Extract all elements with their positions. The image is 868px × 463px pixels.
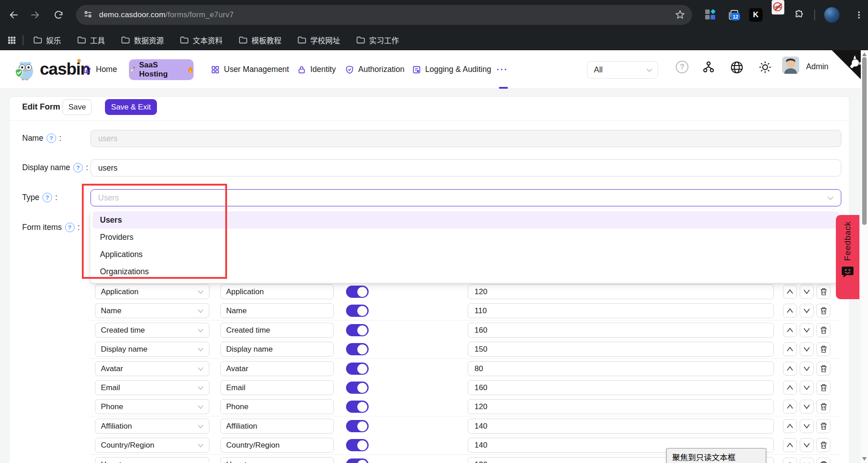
language-globe-icon[interactable]: [730, 61, 744, 76]
move-up-button[interactable]: [783, 458, 797, 463]
move-down-button[interactable]: [800, 381, 814, 395]
name-help-icon[interactable]: ?: [47, 134, 56, 143]
tab-manager-icon[interactable]: 12: [726, 7, 741, 23]
item-name-select[interactable]: Country/Region: [95, 438, 209, 453]
dropdown-option[interactable]: Organizations: [93, 263, 839, 280]
bookmark-folder[interactable]: 工具: [77, 35, 105, 46]
bookmark-folder[interactable]: 模板教程: [239, 35, 281, 46]
width-input[interactable]: 110: [468, 303, 774, 318]
width-input[interactable]: 80: [468, 361, 774, 376]
delete-button[interactable]: [816, 438, 830, 452]
type-select[interactable]: Users: [90, 189, 841, 206]
nav-authorization[interactable]: Authorization: [345, 50, 404, 89]
scrollbar-down-arrow[interactable]: [862, 457, 867, 461]
move-down-button[interactable]: [800, 419, 814, 433]
delete-button[interactable]: [816, 419, 830, 433]
scrollbar-thumb[interactable]: [862, 57, 867, 225]
page-scrollbar[interactable]: [861, 50, 868, 463]
move-down-button[interactable]: [800, 323, 814, 337]
bookmark-folder[interactable]: 文本资料: [180, 35, 223, 46]
visible-toggle[interactable]: [346, 458, 369, 463]
width-input[interactable]: 140: [468, 419, 774, 434]
delete-button[interactable]: [816, 362, 830, 376]
move-down-button[interactable]: [800, 362, 814, 376]
item-display-name-input[interactable]: Name: [220, 303, 334, 318]
delete-button[interactable]: [816, 323, 830, 337]
item-display-name-input[interactable]: Application: [220, 284, 334, 299]
display-name-help-icon[interactable]: ?: [73, 163, 83, 172]
item-name-select[interactable]: Display name: [95, 342, 209, 357]
organization-select[interactable]: All: [587, 61, 658, 79]
item-display-name-input[interactable]: Country/Region: [220, 438, 334, 453]
width-input[interactable]: 160: [468, 323, 774, 338]
item-display-name-input[interactable]: Display name: [220, 342, 334, 357]
move-up-button[interactable]: [783, 342, 797, 356]
site-settings-icon[interactable]: [83, 10, 93, 21]
apps-grid-icon[interactable]: [7, 36, 16, 45]
extension-diamond-icon[interactable]: [704, 8, 716, 21]
browser-menu-icon[interactable]: [851, 7, 867, 23]
scrollbar-up-arrow[interactable]: [862, 53, 867, 56]
delete-button[interactable]: [816, 342, 830, 356]
move-up-button[interactable]: [783, 419, 797, 433]
item-display-name-input[interactable]: Avatar: [220, 361, 334, 376]
visible-toggle[interactable]: [346, 324, 369, 336]
nav-overflow-menu[interactable]: ···: [497, 50, 508, 89]
item-display-name-input[interactable]: User type: [220, 457, 334, 463]
reload-icon[interactable]: [51, 7, 66, 23]
nav-user-management[interactable]: User Management: [211, 50, 289, 89]
extension-k-icon[interactable]: K: [749, 8, 763, 22]
move-up-button[interactable]: [783, 400, 797, 414]
sitemap-icon[interactable]: [702, 61, 715, 76]
save-button[interactable]: Save: [62, 99, 92, 115]
move-down-button[interactable]: [800, 342, 814, 356]
item-name-select[interactable]: Created time: [95, 323, 209, 338]
item-name-select[interactable]: Affiliation: [95, 419, 209, 434]
width-input[interactable]: 160: [468, 380, 774, 395]
visible-toggle[interactable]: [346, 305, 369, 317]
nav-identity[interactable]: Identity: [297, 50, 336, 89]
bookmark-folder[interactable]: 数据资源: [121, 35, 164, 46]
item-name-select[interactable]: Phone: [95, 399, 209, 414]
url-blocker-icon[interactable]: URL: [772, 0, 784, 14]
username-label[interactable]: Admin: [806, 62, 829, 72]
move-down-button[interactable]: [800, 285, 814, 299]
move-up-button[interactable]: [783, 362, 797, 376]
delete-button[interactable]: [816, 304, 830, 318]
delete-button[interactable]: [816, 381, 830, 395]
dropdown-option[interactable]: Providers: [93, 229, 839, 246]
item-name-select[interactable]: Name: [95, 303, 209, 318]
move-down-button[interactable]: [800, 438, 814, 452]
visible-toggle[interactable]: [346, 343, 369, 355]
bookmark-folder[interactable]: 学校网址: [298, 35, 340, 46]
delete-button[interactable]: [816, 285, 830, 299]
dropdown-option[interactable]: Users: [93, 211, 839, 229]
move-up-button[interactable]: [783, 285, 797, 299]
move-up-button[interactable]: [783, 304, 797, 318]
nav-logging-auditing[interactable]: Logging & Auditing: [412, 50, 491, 89]
back-icon[interactable]: [6, 7, 22, 23]
move-up-button[interactable]: [783, 381, 797, 395]
type-help-icon[interactable]: ?: [43, 193, 52, 202]
dropdown-option[interactable]: Applications: [93, 246, 839, 263]
feedback-tab[interactable]: Feedback: [836, 215, 859, 299]
delete-button[interactable]: [816, 400, 830, 414]
bookmark-folder[interactable]: 娱乐: [33, 35, 61, 46]
item-display-name-input[interactable]: Phone: [220, 399, 334, 414]
browser-profile-avatar[interactable]: [824, 7, 840, 23]
help-icon[interactable]: ?: [676, 61, 688, 73]
display-name-input[interactable]: users: [90, 159, 841, 177]
delete-button[interactable]: [816, 458, 830, 463]
item-name-select[interactable]: User type: [95, 457, 209, 463]
bookmark-folder[interactable]: 实习工作: [356, 35, 399, 46]
item-name-select[interactable]: Application: [95, 284, 209, 299]
extensions-puzzle-icon[interactable]: [792, 7, 807, 23]
move-down-button[interactable]: [800, 304, 814, 318]
move-up-button[interactable]: [783, 438, 797, 452]
width-input[interactable]: 150: [468, 342, 774, 357]
item-name-select[interactable]: Email: [95, 380, 209, 395]
user-avatar[interactable]: [782, 57, 799, 74]
width-input[interactable]: 120: [468, 399, 774, 414]
address-bar[interactable]: demo.casdoor.com/forms/form_e7urv7: [76, 5, 692, 25]
visible-toggle[interactable]: [346, 382, 369, 394]
